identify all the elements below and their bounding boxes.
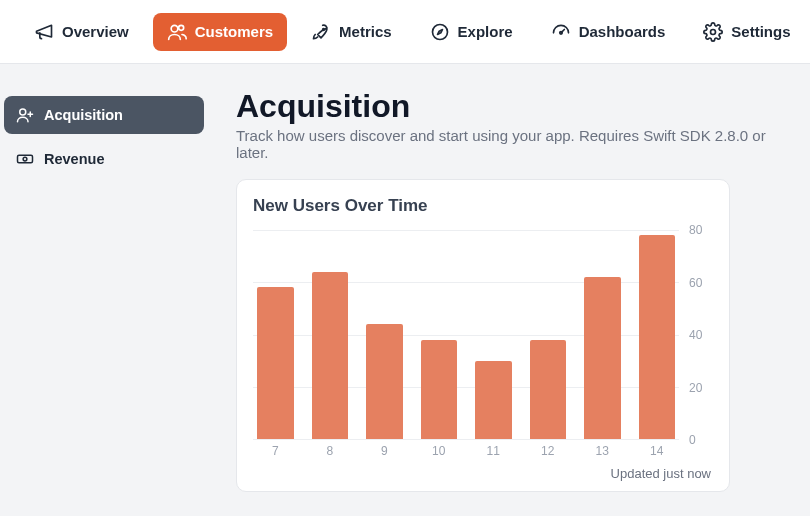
chart-title: New Users Over Time xyxy=(253,196,713,216)
svg-point-6 xyxy=(711,29,716,34)
nav-overview[interactable]: Overview xyxy=(20,13,143,51)
svg-point-3 xyxy=(432,24,447,39)
nav-settings[interactable]: Settings xyxy=(689,13,804,51)
banknote-icon xyxy=(16,150,34,168)
sidebar-item-acquisition[interactable]: Acquisition xyxy=(4,96,204,134)
chart-xtick: 7 xyxy=(257,444,294,458)
nav-customers[interactable]: Customers xyxy=(153,13,287,51)
chart-yaxis: 020406080 xyxy=(679,230,713,440)
chart-xtick: 14 xyxy=(639,444,676,458)
chart-bar xyxy=(584,277,621,439)
nav-label: Overview xyxy=(62,23,129,40)
page-title: Acquisition xyxy=(236,88,802,125)
svg-marker-4 xyxy=(437,29,442,34)
svg-point-7 xyxy=(20,109,26,115)
chart-ytick: 40 xyxy=(689,328,702,342)
chart-xaxis: 7891011121314 xyxy=(253,440,713,458)
chart-ytick: 60 xyxy=(689,276,702,290)
chart-xtick: 13 xyxy=(584,444,621,458)
rocket-icon xyxy=(311,22,331,42)
svg-point-0 xyxy=(171,25,178,32)
chart-gridline xyxy=(253,230,679,231)
chart-xtick: 11 xyxy=(475,444,512,458)
nav-label: Metrics xyxy=(339,23,392,40)
chart-ytick: 80 xyxy=(689,223,702,237)
chart-bar xyxy=(530,340,567,439)
sidebar-item-label: Revenue xyxy=(44,151,104,167)
chart-xtick: 12 xyxy=(530,444,567,458)
chart-xtick: 8 xyxy=(312,444,349,458)
nav-explore[interactable]: Explore xyxy=(416,13,527,51)
chart-bar xyxy=(366,324,403,439)
sidebar-item-label: Acquisition xyxy=(44,107,123,123)
chart-bar xyxy=(639,235,676,439)
svg-point-2 xyxy=(323,28,325,30)
chart-footer: Updated just now xyxy=(253,458,713,483)
nav-label: Settings xyxy=(731,23,790,40)
chart-gridline xyxy=(253,439,679,440)
user-plus-icon xyxy=(16,106,34,124)
chart-card: New Users Over Time 020406080 7891011121… xyxy=(236,179,730,492)
nav-dashboards[interactable]: Dashboards xyxy=(537,13,680,51)
chart-ytick: 20 xyxy=(689,381,702,395)
svg-point-11 xyxy=(23,157,27,161)
svg-point-1 xyxy=(178,25,183,30)
top-nav: Overview Customers Metrics Explore Dashb… xyxy=(0,0,810,64)
chart-ytick: 0 xyxy=(689,433,696,447)
users-icon xyxy=(167,22,187,42)
nav-label: Dashboards xyxy=(579,23,666,40)
nav-label: Explore xyxy=(458,23,513,40)
chart-bar xyxy=(257,287,294,439)
chart-bar xyxy=(475,361,512,439)
page-subtitle: Track how users discover and start using… xyxy=(236,127,802,161)
chart-bar xyxy=(421,340,458,439)
chart-plot xyxy=(253,230,679,440)
sidebar: Acquisition Revenue xyxy=(0,64,212,516)
chart-xtick: 10 xyxy=(421,444,458,458)
nav-label: Customers xyxy=(195,23,273,40)
gauge-icon xyxy=(551,22,571,42)
chart-bar xyxy=(312,272,349,439)
gear-icon xyxy=(703,22,723,42)
chart-xtick: 9 xyxy=(366,444,403,458)
compass-icon xyxy=(430,22,450,42)
main-content: Acquisition Track how users discover and… xyxy=(212,64,810,516)
sidebar-item-revenue[interactable]: Revenue xyxy=(4,140,204,178)
nav-metrics[interactable]: Metrics xyxy=(297,13,406,51)
megaphone-icon xyxy=(34,22,54,42)
chart: 020406080 xyxy=(253,230,713,440)
